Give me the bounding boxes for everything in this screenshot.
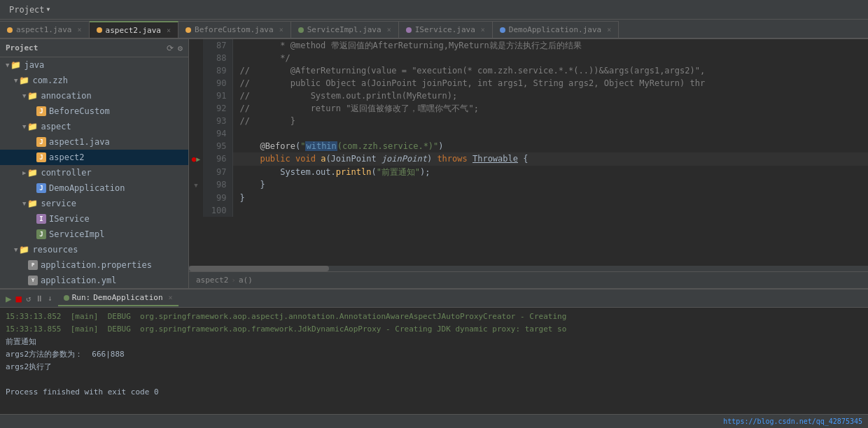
line-90: 90 // public Object a(JoinPoint joinPoin… bbox=[189, 77, 868, 90]
tree-label-aspect1: aspect1.java bbox=[49, 137, 110, 147]
folder-icon-resources: 📁 bbox=[19, 245, 29, 255]
run-restart-button[interactable]: ↺ bbox=[26, 294, 31, 304]
tree-item-annocation[interactable]: ▼ 📁 annocation bbox=[0, 88, 188, 104]
tree-item-demoapplication[interactable]: J DemoApplication bbox=[0, 180, 188, 196]
tree-item-appprops[interactable]: P application.properties bbox=[0, 257, 188, 273]
line-num-97: 97 bbox=[203, 166, 232, 178]
line-98: ▼ 98 } bbox=[189, 178, 868, 192]
line-marker-97 bbox=[189, 166, 203, 178]
tree-item-controller[interactable]: ▶ 📁 controller bbox=[0, 165, 188, 180]
bottom-console[interactable]: 15:33:13.852 [main] DEBUG org.springfram… bbox=[0, 308, 868, 414]
gear-icon[interactable]: ⚙ bbox=[178, 43, 183, 53]
expand-arrow-service[interactable]: ▼ bbox=[22, 200, 26, 207]
tab-beforecustom[interactable]: BeforeCustom.java × bbox=[178, 21, 291, 38]
line-88: 88 */ bbox=[189, 52, 868, 64]
tree-item-resources[interactable]: ▼ 📁 resources bbox=[0, 242, 188, 257]
tree-label-service: service bbox=[41, 199, 76, 208]
tree-item-comzzh[interactable]: ▼ 📁 com.zzh bbox=[0, 73, 188, 88]
tree-label-aspect: aspect bbox=[41, 122, 71, 131]
tree-label-beforecustom: BeforeCustom bbox=[49, 106, 110, 116]
line-marker-89 bbox=[189, 64, 203, 77]
expand-arrow-java[interactable]: ▼ bbox=[6, 62, 9, 69]
tab-close-serviceimpl[interactable]: × bbox=[387, 26, 391, 34]
tab-iservice[interactable]: IService.java × bbox=[399, 21, 493, 38]
project-sidebar: Project ⟳ ⚙ ▼ 📁 java ▼ 📁 com.zzh bbox=[0, 39, 189, 288]
line-num-88: 88 bbox=[203, 52, 232, 64]
run-play-button[interactable]: ▶ bbox=[6, 293, 11, 304]
expand-arrow-resources[interactable]: ▼ bbox=[14, 246, 18, 253]
tree-item-service[interactable]: ▼ 📁 service bbox=[0, 196, 188, 211]
line-marker-96: ●▶ bbox=[189, 152, 203, 166]
tree-item-serviceimpl[interactable]: J ServiceImpl bbox=[0, 227, 188, 242]
tab-label-iservice: IService.java bbox=[415, 25, 475, 34]
bottom-tab-close[interactable]: × bbox=[169, 294, 173, 301]
folder-icon-java: 📁 bbox=[10, 60, 21, 70]
line-marker-98: ▼ bbox=[189, 178, 203, 192]
folder-icon-annocation: 📁 bbox=[27, 91, 38, 101]
tab-demoapplication[interactable]: DemoApplication.java × bbox=[493, 21, 619, 38]
line-97: 97 System.out.println("前置通知"); bbox=[189, 166, 868, 178]
line-marker-99 bbox=[189, 192, 203, 204]
tab-icon-demoapplication bbox=[500, 27, 505, 33]
line-content-94 bbox=[232, 127, 868, 140]
horizontal-scrollbar[interactable] bbox=[189, 266, 868, 271]
sync-icon[interactable]: ⟳ bbox=[167, 43, 174, 53]
tab-close-aspect1[interactable]: × bbox=[77, 26, 81, 34]
log-line-3: 前置通知 bbox=[6, 336, 862, 348]
file-icon-serviceimpl: J bbox=[36, 229, 46, 239]
line-num-95: 95 bbox=[203, 140, 232, 152]
code-editor[interactable]: 87 * @method 带返回值的AfterReturning,MyRetur… bbox=[189, 39, 868, 266]
tree-item-aspect-folder[interactable]: ▼ 📁 aspect bbox=[0, 119, 188, 134]
tab-serviceimpl[interactable]: ServiceImpl.java × bbox=[291, 21, 399, 38]
chevron-down-icon: ▼ bbox=[47, 6, 50, 13]
tab-close-demoapplication[interactable]: × bbox=[607, 26, 611, 34]
line-99: 99 } bbox=[189, 192, 868, 204]
tree-item-aspect2[interactable]: J aspect2 bbox=[0, 150, 188, 165]
log-line-2: 15:33:13.855 [main] DEBUG org.springfram… bbox=[6, 323, 862, 336]
tab-aspect2[interactable]: aspect2.java × bbox=[90, 21, 179, 38]
tree-item-java[interactable]: ▼ 📁 java bbox=[0, 57, 188, 73]
line-num-87: 87 bbox=[203, 39, 232, 52]
folder-icon-controller: 📁 bbox=[27, 168, 38, 178]
line-marker-90 bbox=[189, 77, 203, 90]
bottom-tab-run[interactable]: Run: DemoApplication × bbox=[58, 291, 178, 306]
tree-item-aspect1[interactable]: J aspect1.java bbox=[0, 134, 188, 150]
line-content-96: public void a(JoinPoint joinPoint) throw… bbox=[232, 152, 868, 166]
tab-label-aspect2: aspect2.java bbox=[106, 26, 161, 35]
expand-arrow-controller[interactable]: ▶ bbox=[22, 169, 26, 176]
tree-item-iservice[interactable]: I IService bbox=[0, 211, 188, 227]
line-num-94: 94 bbox=[203, 127, 232, 140]
csdn-link[interactable]: https://blog.csdn.net/qq_42875345 bbox=[723, 418, 862, 425]
run-scroll-button[interactable]: ↓ bbox=[48, 294, 52, 303]
line-num-99: 99 bbox=[203, 192, 232, 204]
breadcrumb-aspect2: aspect2 bbox=[196, 276, 228, 285]
tab-aspect1[interactable]: aspect1.java × bbox=[0, 21, 90, 38]
tree-label-appyml: application.yml bbox=[41, 276, 116, 285]
tab-close-beforecustom[interactable]: × bbox=[279, 26, 284, 34]
editor-tab-bar: aspect1.java × aspect2.java × BeforeCust… bbox=[0, 20, 868, 39]
tab-close-aspect2[interactable]: × bbox=[167, 27, 171, 34]
line-marker-88 bbox=[189, 52, 203, 64]
sidebar-actions: ⟳ ⚙ bbox=[167, 43, 183, 53]
tab-label-serviceimpl: ServiceImpl.java bbox=[307, 25, 382, 34]
line-content-97: System.out.println("前置通知"); bbox=[232, 166, 868, 178]
scroll-thumb[interactable] bbox=[189, 266, 329, 271]
breadcrumb-sep: › bbox=[231, 276, 236, 285]
expand-arrow-annocation[interactable]: ▼ bbox=[22, 92, 26, 99]
line-content-95: @Before("within(com.zzh.service.*)") bbox=[232, 140, 868, 152]
run-stop-button[interactable]: ■ bbox=[15, 293, 21, 304]
tree-item-appyml[interactable]: Y application.yml bbox=[0, 273, 188, 288]
bottom-footer: https://blog.csdn.net/qq_42875345 bbox=[0, 414, 868, 428]
tree-label-serviceimpl: ServiceImpl bbox=[49, 229, 104, 239]
expand-arrow-comzzh[interactable]: ▼ bbox=[14, 77, 18, 84]
run-pause-button[interactable]: ⏸ bbox=[35, 294, 43, 304]
tab-close-iservice[interactable]: × bbox=[481, 26, 485, 34]
expand-arrow-aspect[interactable]: ▼ bbox=[22, 123, 26, 130]
tree-label-resources: resources bbox=[32, 245, 78, 255]
project-menu[interactable]: Project ▼ bbox=[6, 3, 53, 16]
tree-item-beforecustom[interactable]: J BeforeCustom bbox=[0, 104, 188, 119]
line-marker-93 bbox=[189, 115, 203, 127]
tree-label-demoapplication: DemoApplication bbox=[49, 183, 125, 193]
line-marker-87 bbox=[189, 39, 203, 52]
project-label: Project bbox=[9, 5, 45, 15]
